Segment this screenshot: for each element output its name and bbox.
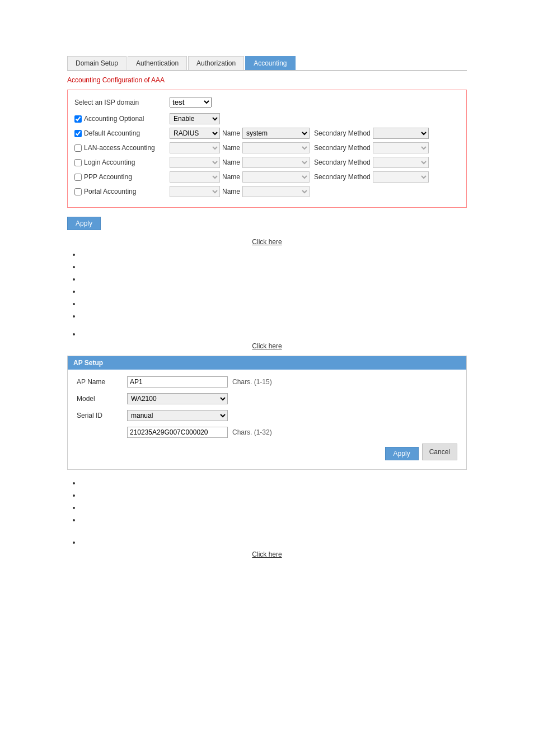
list-item: [81, 298, 467, 309]
list-item: [81, 502, 467, 512]
list-item: [81, 515, 467, 525]
accounting-optional-label: Accounting Optional: [84, 115, 144, 123]
list-item: [81, 274, 467, 284]
ap-setup-content: AP Name Chars. (1-15) Model WA2100 Seria…: [68, 370, 466, 469]
login-accounting-checkbox[interactable]: [74, 159, 82, 166]
login-accounting-secondary-select[interactable]: [373, 157, 429, 168]
list-item: [81, 490, 467, 500]
portal-accounting-name-select[interactable]: [242, 186, 310, 197]
portal-accounting-method-select[interactable]: [170, 186, 220, 197]
login-accounting-row: Login Accounting Name Secondary Method: [74, 157, 460, 168]
list-item: [81, 311, 467, 321]
click-here-link-1[interactable]: Click here: [252, 238, 282, 246]
ap-name-label: AP Name: [77, 378, 127, 386]
ap-apply-button[interactable]: Apply: [385, 447, 419, 460]
ppp-accounting-method-select[interactable]: [170, 171, 220, 183]
bullet-section-3: Click here: [67, 478, 467, 558]
ap-model-label: Model: [77, 395, 127, 403]
tab-accounting[interactable]: Accounting: [245, 56, 295, 70]
list-item: [81, 537, 467, 547]
default-accounting-label: Default Accounting: [84, 129, 140, 137]
bullet-list-3: [67, 478, 467, 525]
accounting-optional-method-select[interactable]: Enable Disable: [170, 113, 220, 124]
default-accounting-name-select[interactable]: system: [242, 128, 310, 139]
aaa-section-title: Accounting Configuration of AAA: [67, 76, 467, 84]
lan-access-accounting-row: LAN-access Accounting Name Secondary Met…: [74, 142, 460, 153]
ap-setup-header: AP Setup: [68, 356, 466, 370]
portal-accounting-row: Portal Accounting Name: [74, 186, 460, 197]
accounting-optional-checkbox[interactable]: [74, 115, 82, 123]
tab-domain-setup[interactable]: Domain Setup: [67, 56, 127, 70]
isp-domain-select[interactable]: test: [170, 97, 212, 108]
default-accounting-name-label: Name: [222, 129, 240, 137]
bullet-section-2: Click here: [67, 329, 467, 350]
portal-accounting-label: Portal Accounting: [84, 188, 136, 195]
login-accounting-label: Login Accounting: [84, 158, 135, 166]
bullet-list-1: [67, 249, 467, 321]
portal-accounting-name-label: Name: [222, 188, 240, 195]
ap-serial-id-label: Serial ID: [77, 412, 127, 419]
aaa-config-box: Select an ISP domain test Accounting Opt…: [67, 90, 467, 208]
login-accounting-method-select[interactable]: [170, 157, 220, 168]
login-accounting-name-select[interactable]: [242, 157, 310, 168]
aaa-apply-button[interactable]: Apply: [67, 217, 101, 230]
portal-accounting-checkbox[interactable]: [74, 188, 82, 195]
ppp-accounting-row: PPP Accounting Name Secondary Method: [74, 171, 460, 183]
ap-model-select[interactable]: WA2100: [127, 393, 228, 404]
lan-access-label: LAN-access Accounting: [84, 144, 155, 152]
ppp-accounting-checkbox[interactable]: [74, 174, 82, 181]
lan-access-name-label: Name: [222, 144, 240, 152]
tab-authentication[interactable]: Authentication: [128, 56, 187, 70]
bullet-list-2: [67, 329, 467, 339]
ap-serial-input[interactable]: [127, 427, 228, 438]
ap-setup-box: AP Setup AP Name Chars. (1-15) Model WA2…: [67, 356, 467, 470]
ppp-accounting-label: PPP Accounting: [84, 173, 132, 181]
ap-cancel-button[interactable]: Cancel: [422, 444, 457, 460]
isp-domain-label: Select an ISP domain: [74, 99, 170, 106]
default-accounting-row: Default Accounting RADIUS TACACS+ local …: [74, 128, 460, 139]
default-accounting-secondary-select[interactable]: [373, 128, 429, 139]
tab-bar: Domain Setup Authentication Authorizatio…: [67, 56, 467, 71]
lan-access-secondary-select[interactable]: [373, 142, 429, 153]
click-here-link-3[interactable]: Click here: [252, 550, 282, 558]
default-accounting-checkbox[interactable]: [74, 130, 82, 137]
accounting-optional-row: Accounting Optional Enable Disable: [74, 113, 460, 124]
lan-access-name-select[interactable]: [242, 142, 310, 153]
ap-name-hint: Chars. (1-15): [232, 378, 272, 386]
ap-button-row: Apply Cancel: [77, 444, 457, 463]
click-here-link-2[interactable]: Click here: [252, 342, 282, 350]
list-item: [81, 286, 467, 296]
ap-name-row: AP Name Chars. (1-15): [77, 376, 457, 388]
lan-access-method-select[interactable]: [170, 142, 220, 153]
list-item: [81, 249, 467, 259]
lan-access-checkbox[interactable]: [74, 144, 82, 152]
tab-authorization[interactable]: Authorization: [188, 56, 244, 70]
ppp-accounting-secondary-select[interactable]: [373, 171, 429, 183]
list-item: [81, 329, 467, 339]
ap-serial-hint: Chars. (1-32): [232, 428, 272, 436]
lan-access-secondary-label: Secondary Method: [314, 144, 371, 152]
login-accounting-secondary-label: Secondary Method: [314, 158, 371, 166]
ap-serial-id-row: Serial ID manual auto: [77, 410, 457, 421]
ap-serial-id-select[interactable]: manual auto: [127, 410, 228, 421]
ap-model-row: Model WA2100: [77, 393, 457, 404]
default-accounting-method-select[interactable]: RADIUS TACACS+ local: [170, 128, 220, 139]
list-item: [81, 478, 467, 488]
ap-name-input[interactable]: [127, 376, 228, 388]
ppp-accounting-name-label: Name: [222, 173, 240, 181]
ppp-accounting-name-select[interactable]: [242, 171, 310, 183]
login-accounting-name-label: Name: [222, 158, 240, 166]
bullet-section-1: Click here: [67, 238, 467, 321]
bullet-list-4: [67, 537, 467, 547]
list-item: [81, 262, 467, 272]
ppp-accounting-secondary-label: Secondary Method: [314, 173, 371, 181]
isp-domain-row: Select an ISP domain test: [74, 97, 460, 108]
ap-serial-input-row: Chars. (1-32): [77, 427, 457, 438]
default-accounting-secondary-label: Secondary Method: [314, 129, 371, 137]
